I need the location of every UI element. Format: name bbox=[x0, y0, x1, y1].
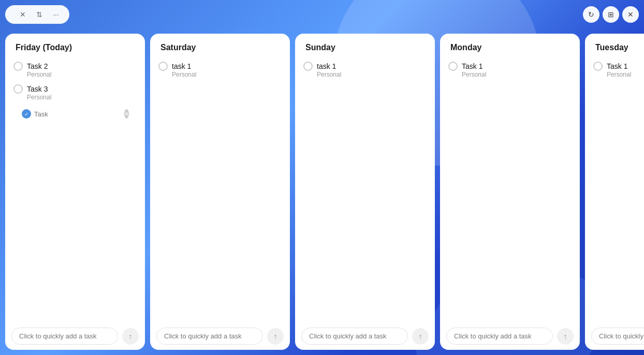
day-header-sunday: Sunday bbox=[295, 34, 435, 57]
grid-icon[interactable]: ⊞ bbox=[603, 6, 619, 23]
top-bar: ✕ ⇅ ··· ↻ ⊞ ✕ bbox=[5, 5, 639, 24]
task-checkbox[interactable] bbox=[158, 62, 168, 71]
task-checkbox[interactable] bbox=[303, 62, 313, 71]
inline-add-clear-icon[interactable]: ✕ bbox=[124, 109, 129, 119]
task-row: Task 1 bbox=[448, 62, 572, 71]
close-icon-right[interactable]: ✕ bbox=[622, 6, 639, 23]
task-item: Task 3Personal bbox=[13, 84, 137, 101]
task-item: task 1Personal bbox=[158, 62, 282, 78]
task-checkbox[interactable] bbox=[593, 62, 603, 71]
day-header-monday: Monday bbox=[440, 34, 580, 57]
task-name: task 1 bbox=[172, 62, 191, 70]
quick-add-input[interactable] bbox=[156, 328, 263, 345]
task-project: Personal bbox=[462, 71, 572, 78]
day-column-monday: MondayTask 1Personal↑ bbox=[440, 34, 580, 350]
day-column-tuesday: TuesdayTask 1Personal↑ bbox=[585, 34, 644, 350]
task-project: Personal bbox=[27, 71, 137, 78]
quick-add-input[interactable] bbox=[301, 328, 408, 345]
task-item: task 1Personal bbox=[303, 62, 427, 78]
task-item: Task 2Personal bbox=[13, 62, 137, 78]
task-row: task 1 bbox=[158, 62, 282, 71]
main-content: Friday (Today)Task 2PersonalTask 3Person… bbox=[0, 28, 644, 355]
quick-add-button[interactable]: ↑ bbox=[122, 328, 139, 345]
day-footer-sunday: ↑ bbox=[295, 322, 435, 350]
day-footer-monday: ↑ bbox=[440, 322, 580, 350]
top-right-controls: ↻ ⊞ ✕ bbox=[583, 6, 639, 23]
inline-add-row: ✕ bbox=[13, 107, 137, 121]
day-footer-saturday: ↑ bbox=[150, 322, 290, 350]
day-header-tuesday: Tuesday bbox=[585, 34, 644, 57]
task-list-tuesday: Task 1Personal bbox=[585, 57, 644, 322]
day-column-friday: Friday (Today)Task 2PersonalTask 3Person… bbox=[5, 34, 145, 350]
task-row: Task 2 bbox=[13, 62, 137, 71]
day-footer-friday: ↑ bbox=[5, 322, 145, 350]
inline-add-check-icon bbox=[22, 109, 31, 119]
quick-add-input[interactable] bbox=[446, 328, 553, 345]
task-row: Task 1 bbox=[593, 62, 644, 71]
task-project: Personal bbox=[317, 71, 427, 78]
day-column-sunday: Sundaytask 1Personal↑ bbox=[295, 34, 435, 350]
task-row: Task 3 bbox=[13, 84, 137, 94]
day-footer-tuesday: ↑ bbox=[585, 322, 644, 350]
inline-add-input[interactable] bbox=[34, 110, 121, 118]
day-column-saturday: Saturdaytask 1Personal↑ bbox=[150, 34, 290, 350]
sort-icon[interactable]: ⇅ bbox=[33, 8, 46, 21]
task-row: task 1 bbox=[303, 62, 427, 71]
header-pill: ✕ ⇅ ··· bbox=[5, 5, 69, 24]
day-header-friday: Friday (Today) bbox=[5, 34, 145, 57]
task-project: Personal bbox=[172, 71, 282, 78]
quick-add-button[interactable]: ↑ bbox=[412, 328, 429, 345]
more-icon[interactable]: ··· bbox=[50, 8, 62, 21]
task-list-saturday: task 1Personal bbox=[150, 57, 290, 322]
refresh-icon[interactable]: ↻ bbox=[583, 6, 599, 23]
task-name: Task 1 bbox=[607, 62, 627, 70]
task-name: Task 2 bbox=[27, 62, 48, 70]
day-header-saturday: Saturday bbox=[150, 34, 290, 57]
task-name: task 1 bbox=[317, 62, 336, 70]
task-name: Task 3 bbox=[27, 85, 48, 93]
quick-add-button[interactable]: ↑ bbox=[267, 328, 284, 345]
task-checkbox[interactable] bbox=[448, 62, 458, 71]
task-project: Personal bbox=[607, 71, 644, 78]
task-item: Task 1Personal bbox=[593, 62, 644, 78]
task-item: Task 1Personal bbox=[448, 62, 572, 78]
task-checkbox[interactable] bbox=[13, 62, 23, 71]
task-project: Personal bbox=[27, 94, 137, 101]
quick-add-input[interactable] bbox=[11, 328, 118, 345]
task-list-sunday: task 1Personal bbox=[295, 57, 435, 322]
task-list-monday: Task 1Personal bbox=[440, 57, 580, 322]
quick-add-button[interactable]: ↑ bbox=[557, 328, 574, 345]
task-checkbox[interactable] bbox=[13, 84, 23, 94]
quick-add-input[interactable] bbox=[591, 328, 644, 345]
task-list-friday: Task 2PersonalTask 3Personal✕ bbox=[5, 57, 145, 322]
close-icon[interactable]: ✕ bbox=[17, 8, 29, 21]
task-name: Task 1 bbox=[462, 62, 482, 70]
